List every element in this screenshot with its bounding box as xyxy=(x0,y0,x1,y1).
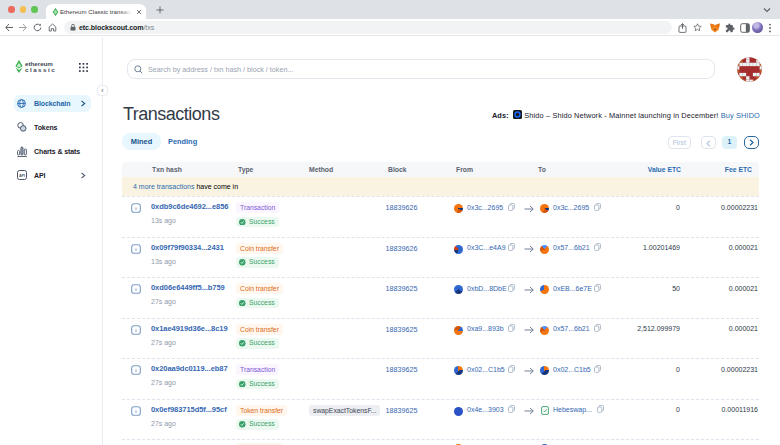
svg-text:API: API xyxy=(19,174,25,178)
